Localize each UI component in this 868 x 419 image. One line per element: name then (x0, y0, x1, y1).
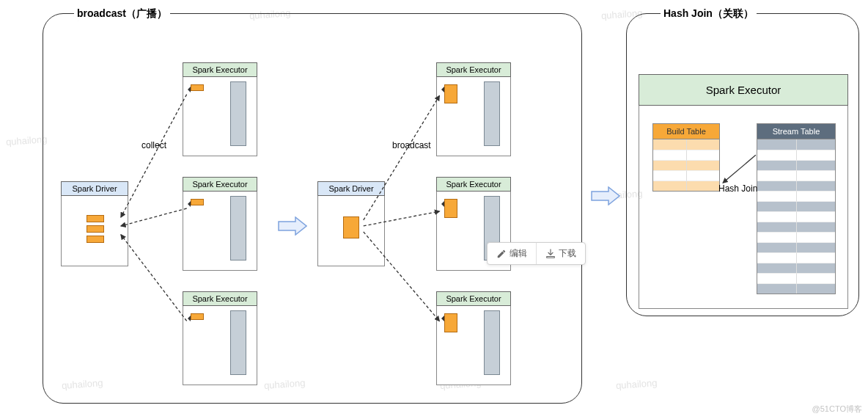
spark-executor-label: Spark Executor (639, 74, 848, 106)
hash-join-label: Hash Join (718, 183, 757, 194)
spark-driver-collect: Spark Driver (61, 181, 128, 266)
build-table: Build Table (652, 123, 720, 192)
edit-button[interactable]: 编辑 (488, 243, 537, 264)
hash-join-executor: Spark Executor Build Table Stream Table (639, 74, 848, 309)
download-icon (545, 249, 556, 259)
svg-line-0 (121, 95, 187, 217)
broadcast-chip-icon (444, 84, 457, 103)
partition-chip-icon (191, 313, 204, 320)
step-arrow-icon (278, 216, 307, 236)
step-arrow-icon (591, 186, 620, 205)
collect-label: collect (141, 140, 166, 150)
spark-driver-broadcast: Spark Driver (317, 181, 385, 266)
spark-executor-label: Spark Executor (183, 291, 257, 306)
data-bar-icon (230, 81, 246, 146)
spark-driver-label: Spark Driver (317, 181, 385, 196)
svg-line-1 (121, 208, 187, 226)
watermark: quhailong (6, 134, 48, 147)
credit-text: @51CTO博客 (812, 404, 862, 415)
partition-chip-icon (191, 199, 204, 205)
stream-table: Stream Table (757, 123, 836, 294)
data-bar-icon (484, 81, 500, 146)
broadcast-chip-icon (444, 199, 457, 218)
spark-executor-label: Spark Executor (183, 177, 257, 192)
broadcast-table-icon (343, 216, 359, 238)
partition-chip-icon (191, 84, 204, 91)
hash-join-panel: Hash Join（关联） Spark Executor Build Table… (626, 13, 859, 316)
edit-icon (496, 249, 507, 259)
spark-executor-collect-1: Spark Executor (183, 62, 257, 156)
broadcast-label: broadcast (392, 140, 431, 150)
data-bar-icon (230, 196, 246, 260)
broadcast-panel: broadcast（广播） Spark Driver Spark Executo… (43, 13, 582, 404)
spark-driver-label: Spark Driver (61, 181, 128, 196)
svg-line-2 (121, 235, 187, 321)
spark-executor-broadcast-3: Spark Executor (436, 291, 511, 385)
spark-executor-label: Spark Executor (183, 62, 257, 77)
data-bar-icon (484, 310, 500, 375)
broadcast-chip-icon (444, 313, 457, 332)
collected-chips-icon (87, 215, 104, 243)
spark-executor-label: Spark Executor (436, 177, 511, 192)
watermark: quhailong (616, 377, 658, 391)
spark-executor-label: Spark Executor (436, 291, 511, 306)
hash-join-panel-title: Hash Join（关联） (661, 7, 757, 21)
broadcast-panel-title: broadcast（广播） (74, 7, 170, 21)
spark-executor-label: Spark Executor (436, 62, 511, 77)
edit-button-label: 编辑 (510, 247, 527, 260)
spark-executor-broadcast-1: Spark Executor (436, 62, 511, 156)
svg-line-6 (723, 155, 756, 183)
download-button-label: 下载 (559, 247, 576, 260)
image-toolbar: 编辑 下载 (487, 242, 586, 265)
stream-table-header: Stream Table (757, 124, 835, 139)
spark-executor-collect-3: Spark Executor (183, 291, 257, 385)
download-button[interactable]: 下载 (537, 243, 585, 264)
build-table-header: Build Table (653, 124, 719, 139)
spark-executor-collect-2: Spark Executor (183, 177, 257, 271)
data-bar-icon (230, 310, 246, 375)
